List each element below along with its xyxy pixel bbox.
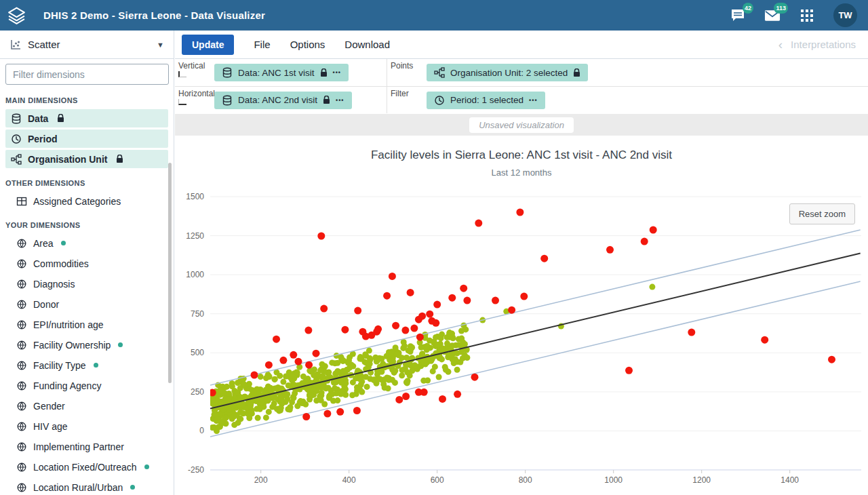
outlier-point[interactable] — [433, 301, 441, 309]
outlier-point[interactable] — [402, 393, 410, 400]
menu-item-file[interactable]: File — [254, 39, 270, 50]
dhis2-logo[interactable] — [0, 0, 33, 31]
data-point[interactable] — [329, 359, 335, 365]
outlier-point[interactable] — [508, 306, 515, 314]
sidebar-item-commodities[interactable]: Commodities — [11, 254, 168, 273]
outlier-point[interactable] — [454, 391, 461, 398]
data-point[interactable] — [432, 363, 438, 370]
data-point[interactable] — [231, 422, 237, 428]
outlier-point[interactable] — [392, 322, 399, 330]
data-point[interactable] — [421, 359, 427, 365]
sidebar-item-location-rural-urban[interactable]: Location Rural/Urban — [11, 478, 168, 495]
data-point[interactable] — [340, 389, 346, 395]
data-point[interactable] — [285, 382, 292, 389]
outlier-point[interactable] — [279, 357, 287, 364]
data-point[interactable] — [454, 367, 460, 373]
data-point[interactable] — [380, 381, 387, 387]
outlier-point[interactable] — [401, 327, 409, 334]
data-point[interactable] — [269, 404, 275, 410]
sidebar-item-organisation-unit[interactable]: Organisation Unit — [5, 150, 168, 168]
outlier-point[interactable] — [353, 407, 361, 414]
data-point[interactable] — [394, 351, 400, 357]
chip-menu-dots[interactable]: ••• — [333, 69, 341, 76]
outlier-point[interactable] — [374, 325, 382, 333]
layout-chip-points[interactable]: Organisation Unit: 2 selected — [427, 64, 588, 81]
sidebar-item-epi-nutrition-age[interactable]: EPI/nutrition age — [11, 315, 168, 334]
data-point[interactable] — [399, 372, 405, 378]
data-point[interactable] — [412, 362, 418, 368]
data-point[interactable] — [418, 344, 425, 351]
outlier-point[interactable] — [320, 305, 328, 313]
data-point[interactable] — [438, 335, 444, 341]
data-point[interactable] — [437, 355, 443, 361]
outlier-point[interactable] — [625, 367, 633, 374]
filter-dimensions-input[interactable] — [5, 64, 169, 85]
outlier-point[interactable] — [305, 361, 313, 369]
sidebar-item-location-fixed-outreach[interactable]: Location Fixed/Outreach — [11, 458, 168, 476]
outlier-point[interactable] — [475, 220, 482, 227]
data-point[interactable] — [241, 382, 248, 388]
outlier-point[interactable] — [520, 293, 528, 300]
data-point[interactable] — [225, 397, 231, 403]
update-button[interactable]: Update — [182, 35, 234, 55]
outlier-point[interactable] — [688, 329, 695, 336]
outlier-point[interactable] — [290, 351, 297, 359]
data-point[interactable] — [389, 349, 395, 355]
data-point[interactable] — [272, 376, 278, 382]
data-point[interactable] — [372, 376, 378, 382]
layout-chip-vertical[interactable]: Data: ANC 1st visit ••• — [214, 64, 349, 81]
chart-type-selector[interactable]: Scatter ▼ — [0, 31, 174, 59]
data-point[interactable] — [235, 390, 241, 396]
data-point[interactable] — [220, 420, 226, 426]
outlier-point[interactable] — [304, 327, 312, 334]
data-point[interactable] — [319, 361, 325, 368]
data-point[interactable] — [317, 393, 323, 399]
data-point[interactable] — [451, 360, 457, 366]
data-point[interactable] — [251, 389, 257, 395]
data-point[interactable] — [440, 346, 446, 352]
outlier-point[interactable] — [410, 325, 418, 332]
sidebar-item-period[interactable]: Period — [5, 130, 168, 148]
outlier-point[interactable] — [317, 233, 325, 240]
outlier-point[interactable] — [471, 374, 479, 381]
data-point[interactable] — [257, 406, 263, 412]
outlier-point[interactable] — [439, 395, 446, 403]
data-point[interactable] — [454, 350, 460, 356]
data-point[interactable] — [325, 384, 331, 391]
data-point[interactable] — [226, 406, 232, 412]
outlier-point[interactable] — [313, 350, 320, 357]
data-point[interactable] — [266, 409, 272, 415]
data-point[interactable] — [403, 379, 410, 385]
data-point[interactable] — [210, 424, 216, 431]
data-point[interactable] — [231, 414, 237, 420]
sidebar-item-diagnosis[interactable]: Diagnosis — [11, 275, 168, 293]
reset-zoom-button[interactable]: Reset zoom — [789, 203, 855, 224]
outlier-point[interactable] — [448, 294, 456, 302]
data-point[interactable] — [272, 385, 278, 391]
data-point[interactable] — [433, 334, 439, 340]
data-point[interactable] — [229, 380, 235, 387]
sidebar-item-data[interactable]: Data — [5, 109, 168, 127]
outlier-point[interactable] — [426, 311, 433, 318]
data-point[interactable] — [263, 414, 269, 420]
data-point[interactable] — [377, 376, 383, 382]
data-point[interactable] — [340, 368, 347, 374]
outlier-point[interactable] — [251, 372, 258, 379]
data-point[interactable] — [362, 351, 368, 357]
outlier-point[interactable] — [641, 238, 648, 245]
outlier-point[interactable] — [432, 319, 439, 327]
data-point[interactable] — [464, 355, 470, 361]
outlier-point[interactable] — [828, 356, 835, 363]
outlier-point[interactable] — [492, 297, 499, 304]
outlier-point[interactable] — [395, 396, 403, 403]
data-point[interactable] — [329, 391, 335, 397]
interpretations-messages-button[interactable]: 42 — [730, 7, 746, 24]
data-point[interactable] — [277, 373, 283, 379]
sidebar-item-assigned-categories[interactable]: Assigned Categories — [11, 192, 168, 210]
data-point[interactable] — [237, 416, 243, 422]
sidebar-scrollbar[interactable] — [168, 163, 172, 383]
data-point[interactable] — [240, 401, 246, 408]
sidebar-item-implementing-partner[interactable]: Implementing Partner — [11, 437, 168, 456]
data-point[interactable] — [357, 376, 363, 382]
data-point[interactable] — [357, 356, 363, 362]
